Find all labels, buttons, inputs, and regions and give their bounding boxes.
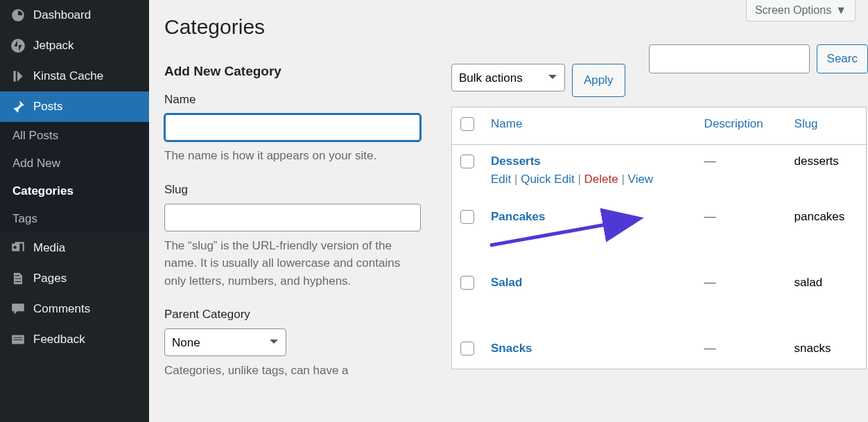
select-all-checkbox[interactable]: [460, 117, 474, 131]
search-input[interactable]: [649, 44, 810, 73]
sidebar-item-label: Pages: [33, 272, 67, 285]
svg-point-1: [13, 246, 16, 249]
screen-options-label: Screen Options: [755, 4, 831, 17]
sidebar-item-label: Jetpack: [33, 39, 74, 53]
screen-options-toggle[interactable]: Screen Options ▼: [746, 0, 856, 21]
search-button[interactable]: Searc: [817, 44, 868, 73]
description-cell: —: [696, 237, 786, 303]
categories-table: Name Description Slug Desserts Edit |: [451, 107, 867, 369]
column-description[interactable]: Description: [696, 107, 786, 145]
slug-cell: snacks: [786, 303, 867, 369]
name-label: Name: [164, 93, 421, 107]
column-slug[interactable]: Slug: [786, 107, 867, 145]
edit-link[interactable]: Edit: [491, 173, 511, 186]
sidebar-item-jetpack[interactable]: Jetpack: [0, 30, 149, 61]
slug-cell: salad: [786, 237, 867, 303]
submenu-add-new[interactable]: Add New: [0, 150, 149, 177]
sidebar-item-label: Media: [33, 241, 65, 255]
table-row: Pancakes — pancakes: [452, 196, 867, 237]
form-heading: Add New Category: [164, 64, 421, 79]
sidebar-item-label: Comments: [33, 302, 90, 316]
sidebar-item-feedback[interactable]: Feedback: [0, 324, 149, 355]
view-link[interactable]: View: [628, 173, 654, 186]
kinsta-icon: [10, 68, 26, 85]
pin-icon: [10, 98, 26, 115]
feedback-icon: [10, 331, 26, 348]
column-name[interactable]: Name: [483, 107, 696, 145]
comment-icon: [10, 301, 26, 317]
sidebar-item-pages[interactable]: Pages: [0, 263, 149, 294]
parent-description: Categories, unlike tags, can have a: [164, 362, 421, 380]
submenu-categories[interactable]: Categories: [0, 177, 149, 205]
slug-input[interactable]: [164, 204, 421, 231]
sidebar-item-kinsta-cache[interactable]: Kinsta Cache: [0, 61, 149, 91]
row-checkbox[interactable]: [460, 155, 474, 168]
description-cell: —: [696, 145, 786, 197]
quick-edit-link[interactable]: Quick Edit: [521, 173, 574, 186]
category-link[interactable]: Pancakes: [491, 210, 545, 223]
svg-point-0: [11, 39, 25, 53]
row-checkbox[interactable]: [460, 210, 474, 224]
media-icon: [10, 240, 26, 256]
sidebar-item-label: Posts: [33, 100, 63, 114]
categories-table-panel: Bulk actions Apply Name Description Slug: [451, 64, 868, 380]
name-description: The name is how it appears on your site.: [164, 147, 421, 165]
table-row: Snacks — snacks: [452, 303, 867, 369]
table-row: Salad — salad: [452, 237, 867, 303]
description-cell: —: [696, 196, 786, 237]
parent-label: Parent Category: [164, 308, 421, 322]
slug-cell: desserts: [786, 145, 867, 197]
description-cell: —: [696, 303, 786, 369]
bulk-actions-select[interactable]: Bulk actions: [451, 64, 565, 91]
dashboard-icon: [10, 7, 26, 24]
sidebar-item-posts[interactable]: Posts: [0, 91, 149, 122]
row-checkbox[interactable]: [460, 342, 474, 355]
search-bar: Searc: [649, 44, 868, 73]
category-link[interactable]: Snacks: [491, 342, 532, 355]
main-content: Screen Options ▼ Searc Categories Add Ne…: [149, 0, 868, 422]
chevron-down-icon: ▼: [835, 4, 847, 17]
sidebar-item-media[interactable]: Media: [0, 233, 149, 263]
category-link[interactable]: Desserts: [491, 155, 541, 168]
category-link[interactable]: Salad: [491, 276, 522, 289]
slug-label: Slug: [164, 183, 421, 197]
name-input[interactable]: [164, 114, 421, 141]
sidebar-item-dashboard[interactable]: Dashboard: [0, 0, 149, 30]
sidebar-item-comments[interactable]: Comments: [0, 294, 149, 324]
jetpack-icon: [10, 37, 26, 54]
submenu-all-posts[interactable]: All Posts: [0, 122, 149, 150]
slug-cell: pancakes: [786, 196, 867, 237]
sidebar-item-label: Dashboard: [33, 8, 91, 22]
submenu-tags[interactable]: Tags: [0, 205, 149, 233]
posts-submenu: All Posts Add New Categories Tags: [0, 122, 149, 233]
sidebar-item-label: Kinsta Cache: [33, 69, 103, 83]
add-category-form: Add New Category Name The name is how it…: [164, 64, 421, 380]
sidebar-item-label: Feedback: [33, 333, 85, 346]
delete-link[interactable]: Delete: [584, 173, 618, 186]
admin-sidebar: Dashboard Jetpack Kinsta Cache Posts All…: [0, 0, 149, 422]
pages-icon: [10, 270, 26, 287]
row-checkbox[interactable]: [460, 276, 474, 290]
slug-description: The “slug” is the URL-friendly version o…: [164, 237, 421, 290]
row-actions: Edit | Quick Edit | Delete | View: [491, 173, 688, 186]
apply-button[interactable]: Apply: [572, 64, 625, 97]
table-row: Desserts Edit | Quick Edit | Delete | Vi…: [452, 145, 867, 197]
parent-select[interactable]: None: [164, 328, 286, 356]
